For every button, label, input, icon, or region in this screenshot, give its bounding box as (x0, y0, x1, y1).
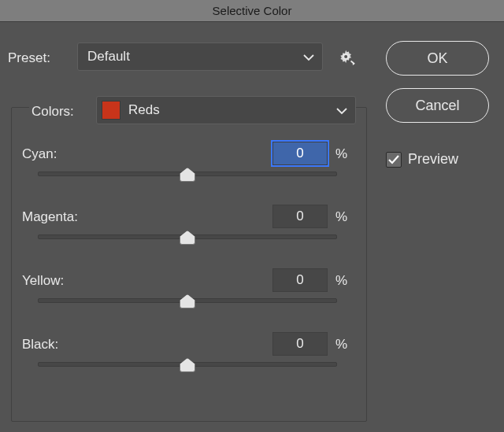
ok-button[interactable]: OK (386, 41, 489, 76)
checkbox-box (386, 152, 402, 168)
preset-settings-button[interactable] (339, 48, 356, 65)
color-swatch (102, 101, 120, 120)
preset-label: Preset: (8, 50, 50, 66)
preset-value: Default (87, 49, 130, 64)
colors-label: Colors: (32, 104, 74, 120)
percent-label: % (335, 209, 347, 225)
colors-dropdown[interactable]: Reds (96, 96, 356, 124)
cancel-button-label: Cancel (415, 98, 459, 113)
svg-point-1 (344, 55, 347, 58)
cyan-label: Cyan: (22, 146, 57, 162)
yellow-label: Yellow: (22, 273, 64, 289)
black-input[interactable]: 0 (272, 332, 328, 356)
chevron-down-icon (336, 107, 347, 115)
percent-label: % (335, 337, 347, 353)
percent-label: % (335, 146, 347, 162)
colors-value: Reds (128, 102, 160, 117)
dialog-body: Preset: Default OK Cancel Preview Colors… (0, 22, 504, 432)
preview-checkbox[interactable]: Preview (386, 151, 458, 168)
window-title: Selective Color (213, 4, 292, 17)
magenta-label: Magenta: (22, 209, 78, 225)
percent-label: % (335, 273, 347, 289)
preview-label: Preview (408, 151, 458, 168)
ok-button-label: OK (427, 50, 447, 66)
chevron-down-icon (303, 54, 314, 61)
magenta-input[interactable]: 0 (272, 205, 328, 228)
cancel-button[interactable]: Cancel (386, 88, 489, 123)
window-titlebar: Selective Color (0, 0, 504, 22)
preset-dropdown[interactable]: Default (77, 42, 323, 71)
cyan-input[interactable]: 0 (272, 142, 328, 165)
yellow-input[interactable]: 0 (272, 268, 328, 292)
black-label: Black: (22, 337, 58, 353)
